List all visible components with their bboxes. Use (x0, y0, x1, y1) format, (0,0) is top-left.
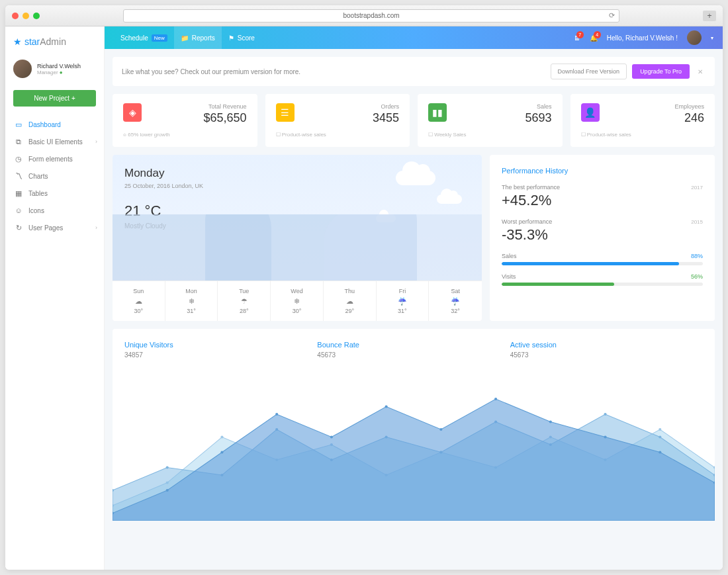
list-icon: ☰ (276, 103, 295, 122)
folder-icon: 📁 (181, 34, 189, 42)
logo-part1: star (24, 36, 40, 47)
close-icon[interactable]: ✕ (695, 68, 705, 75)
user-role: Manager ● (37, 69, 81, 75)
upgrade-pro-button[interactable]: Upgrade To Pro (632, 64, 690, 79)
badge-count: 4 (594, 31, 601, 38)
monitor-icon: ▭ (15, 120, 23, 128)
card-title: Performance History (502, 167, 703, 175)
user-icon: 👤 (581, 103, 600, 122)
refresh-icon: ↻ (15, 224, 23, 232)
svg-point-25 (166, 489, 169, 492)
nav-ui-elements[interactable]: ⧉Basic UI Elements› (5, 133, 104, 150)
main: Schedule New 📁Reports ⚑Score 🗎7 🔔4 Hello… (105, 26, 723, 570)
forecast-day[interactable]: Mon❄31° (165, 281, 218, 321)
reload-icon[interactable]: ⟳ (609, 11, 615, 20)
best-performance-value: +45.2% (502, 192, 703, 209)
svg-point-10 (659, 428, 661, 431)
flag-icon: ⚑ (228, 34, 234, 42)
svg-point-34 (659, 451, 661, 454)
window-controls (12, 13, 40, 19)
new-badge: New (152, 34, 167, 42)
weather-icon: ☁ (115, 297, 162, 306)
svg-point-22 (659, 436, 661, 439)
sidebar-nav: ▭Dashboard ⧉Basic UI Elements› ◷Form ele… (5, 111, 104, 570)
svg-point-29 (385, 406, 388, 408)
nav-user-pages[interactable]: ↻User Pages› (5, 219, 104, 236)
messages-button[interactable]: 🗎7 (574, 34, 580, 42)
copy-icon: ⧉ (15, 138, 23, 146)
online-dot-icon: ● (60, 69, 63, 75)
badge-count: 7 (576, 31, 584, 38)
svg-point-26 (220, 451, 223, 454)
svg-point-2 (220, 436, 223, 439)
svg-point-13 (166, 466, 169, 469)
chart-line-icon: 〽 (15, 172, 23, 180)
maximize-window-icon[interactable] (33, 13, 40, 19)
chevron-down-icon[interactable]: ▾ (711, 35, 713, 41)
worst-performance-value: -35.3% (502, 226, 703, 243)
minimize-window-icon[interactable] (23, 13, 29, 19)
promo-text: Like what you see? Check out our premium… (122, 68, 300, 75)
stat-revenue: ◈Total Revenue$65,650 ⌾ 65% lower growth (113, 94, 257, 147)
progress-visits: Visits56% (502, 273, 703, 286)
svg-point-28 (330, 436, 333, 439)
nav-tables[interactable]: ▦Tables (5, 185, 104, 202)
stat-sales: ▮▮Sales5693 ☐ Weekly Sales (418, 94, 563, 147)
topbar-score[interactable]: ⚑Score (222, 26, 261, 49)
forecast-day[interactable]: Sat☔32° (429, 281, 482, 321)
svg-point-27 (275, 413, 278, 416)
user-name: Richard V.Welsh (37, 63, 81, 69)
bar-chart-icon: ▮▮ (428, 103, 447, 122)
chart-title: Active session (510, 341, 703, 349)
weather-card: Monday 25 October, 2016 London, UK 21 °C… (113, 155, 482, 321)
greeting-text: Hello, Richard V.Welsh ! (607, 34, 678, 42)
notifications-button[interactable]: 🔔4 (590, 34, 598, 42)
cube-icon: ◈ (123, 103, 142, 122)
svg-point-31 (494, 398, 497, 400)
forecast-day[interactable]: Wed❄30° (271, 281, 324, 321)
topbar-schedule[interactable]: Schedule New (114, 26, 174, 49)
mountains-decoration (113, 214, 482, 281)
nav-dashboard[interactable]: ▭Dashboard (5, 116, 104, 133)
progress-fill (502, 262, 679, 265)
new-tab-button[interactable]: + (703, 11, 716, 21)
chevron-right-icon: › (95, 224, 97, 231)
new-project-button[interactable]: New Project + (13, 90, 96, 107)
svg-point-30 (439, 428, 442, 431)
weather-icon: ☔ (432, 297, 479, 306)
area-chart (113, 369, 715, 521)
topbar-avatar[interactable] (687, 30, 702, 45)
logo-part2: Admin (40, 36, 66, 47)
url-bar[interactable]: bootstrapdash.com ⟳ (123, 9, 619, 22)
progress-sales: Sales88% (502, 253, 703, 265)
nav-form-elements[interactable]: ◷Form elements (5, 150, 104, 167)
browser-chrome: bootstrapdash.com ⟳ + (5, 5, 723, 26)
stat-orders: ☰Orders3455 ☐ Product-wise sales (265, 94, 410, 147)
stats-row: ◈Total Revenue$65,650 ⌾ 65% lower growth… (113, 94, 715, 147)
download-free-button[interactable]: Download Free Version (551, 64, 627, 79)
face-icon: ☺ (15, 206, 23, 214)
logo[interactable]: ★ starAdmin (5, 26, 104, 57)
svg-point-32 (549, 421, 552, 423)
close-window-icon[interactable] (12, 13, 19, 19)
svg-point-33 (604, 436, 606, 439)
chart-title: Unique Visitors (124, 341, 317, 349)
weather-icon: ☔ (379, 297, 426, 306)
content: Like what you see? Check out our premium… (105, 49, 723, 570)
progress-fill (502, 283, 614, 286)
forecast-day[interactable]: Fri☔31° (377, 281, 430, 321)
sidebar-user[interactable]: Richard V.Welsh Manager ● (5, 57, 104, 86)
performance-card: Performance History The best performance… (490, 155, 715, 321)
topbar: Schedule New 📁Reports ⚑Score 🗎7 🔔4 Hello… (105, 26, 723, 49)
svg-point-21 (604, 413, 606, 416)
forecast-day[interactable]: Thu☁29° (324, 281, 377, 321)
promo-banner: Like what you see? Check out our premium… (113, 57, 715, 86)
forecast-day[interactable]: Tue☂28° (218, 281, 271, 321)
nav-charts[interactable]: 〽Charts (5, 167, 104, 185)
weather-icon: ❄ (168, 297, 215, 306)
grid-icon: ▦ (15, 189, 23, 197)
forecast-day[interactable]: Sun☁30° (113, 281, 165, 321)
topbar-reports[interactable]: 📁Reports (174, 26, 222, 49)
stat-employees: 👤Employees246 ☐ Product-wise sales (570, 94, 715, 147)
nav-icons[interactable]: ☺Icons (5, 202, 104, 219)
